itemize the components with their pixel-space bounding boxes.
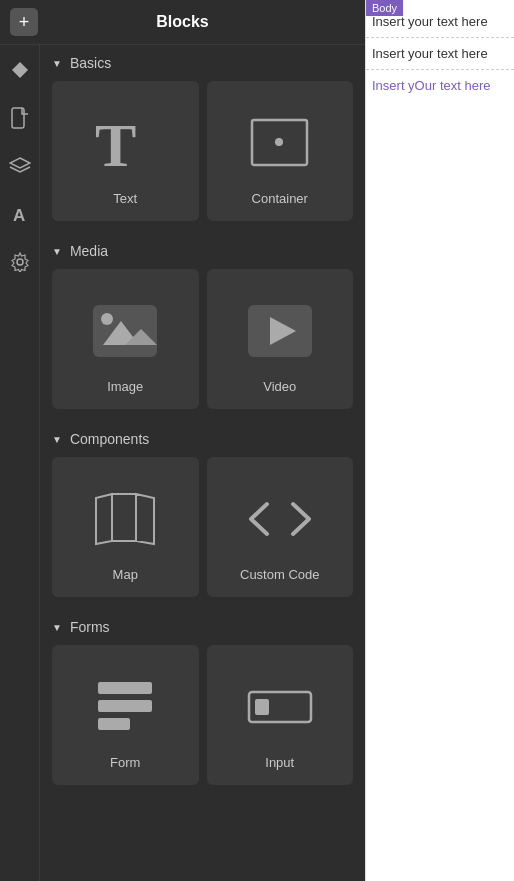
section-forms[interactable]: ▼ Forms [40, 609, 365, 645]
svg-point-13 [101, 313, 113, 325]
block-text[interactable]: T Text [52, 81, 199, 221]
svg-marker-16 [96, 494, 112, 544]
svg-text:A: A [13, 206, 25, 224]
text-block-label: Text [113, 191, 137, 206]
block-video[interactable]: Video [207, 269, 354, 409]
basics-grid: T Text Container [40, 81, 365, 233]
left-inner: A ▼ Basics T [0, 45, 365, 881]
form-block-icon [85, 667, 165, 747]
svg-rect-23 [255, 699, 269, 715]
svg-rect-17 [112, 494, 136, 541]
input-block-label: Input [265, 755, 294, 770]
video-block-icon [240, 291, 320, 371]
container-block-label: Container [252, 191, 308, 206]
media-arrow: ▼ [52, 246, 62, 257]
image-block-icon [85, 291, 165, 371]
right-text-3: Insert yOur text here [366, 70, 514, 97]
input-block-icon [240, 667, 320, 747]
block-container[interactable]: Container [207, 81, 354, 221]
forms-arrow: ▼ [52, 622, 62, 633]
main-content: ▼ Basics T Text [40, 45, 365, 881]
block-map[interactable]: Map [52, 457, 199, 597]
file-icon[interactable] [5, 103, 35, 133]
right-panel: Body Insert your text here Insert your t… [365, 0, 514, 881]
forms-grid: Form Input [40, 645, 365, 797]
svg-marker-0 [12, 62, 28, 78]
media-label: Media [70, 243, 108, 259]
svg-marker-18 [136, 494, 154, 544]
right-text-2: Insert your text here [366, 38, 514, 70]
header-title: Blocks [156, 13, 208, 31]
blocks-header: + Blocks [0, 0, 365, 45]
form-block-label: Form [110, 755, 140, 770]
text-block-icon: T [85, 103, 165, 183]
forms-label: Forms [70, 619, 110, 635]
video-block-label: Video [263, 379, 296, 394]
left-panel: + Blocks A [0, 0, 365, 881]
diamond-icon[interactable] [5, 55, 35, 85]
block-custom-code[interactable]: Custom Code [207, 457, 354, 597]
section-components[interactable]: ▼ Components [40, 421, 365, 457]
svg-point-4 [17, 259, 23, 265]
layers-icon[interactable] [5, 151, 35, 181]
image-block-label: Image [107, 379, 143, 394]
sidebar: A [0, 45, 40, 881]
custom-code-block-label: Custom Code [240, 567, 319, 582]
components-arrow: ▼ [52, 434, 62, 445]
components-label: Components [70, 431, 149, 447]
block-input[interactable]: Input [207, 645, 354, 785]
custom-code-block-icon [240, 479, 320, 559]
section-basics[interactable]: ▼ Basics [40, 45, 365, 81]
add-button[interactable]: + [10, 8, 38, 36]
block-form[interactable]: Form [52, 645, 199, 785]
basics-arrow: ▼ [52, 58, 62, 69]
media-grid: Image Video [40, 269, 365, 421]
components-grid: Map Custom Code [40, 457, 365, 609]
svg-rect-21 [98, 718, 130, 730]
svg-rect-19 [98, 682, 152, 694]
map-block-label: Map [113, 567, 138, 582]
container-block-icon [240, 103, 320, 183]
svg-marker-2 [10, 158, 30, 168]
svg-text:T: T [95, 111, 136, 178]
map-block-icon [85, 479, 165, 559]
svg-rect-20 [98, 700, 152, 712]
block-image[interactable]: Image [52, 269, 199, 409]
section-media[interactable]: ▼ Media [40, 233, 365, 269]
basics-label: Basics [70, 55, 111, 71]
settings-icon[interactable] [5, 247, 35, 277]
body-label: Body [366, 0, 403, 16]
text-a-icon[interactable]: A [5, 199, 35, 229]
